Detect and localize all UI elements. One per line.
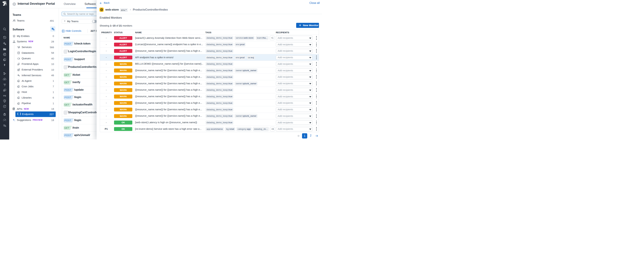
svg-text:$: $ <box>4 79 5 80</box>
